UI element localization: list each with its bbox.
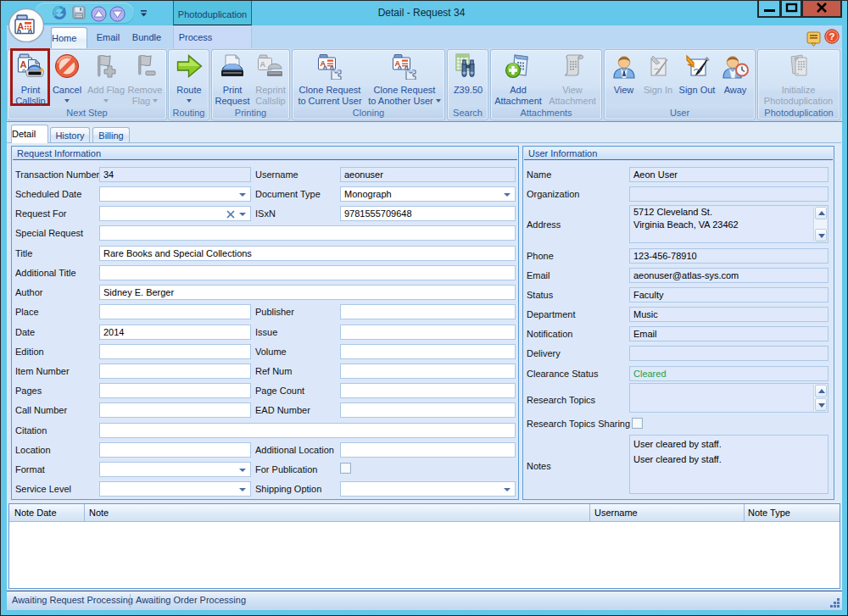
svg-text:A: A bbox=[18, 21, 25, 31]
svg-text:A: A bbox=[20, 59, 27, 69]
svg-text:A: A bbox=[260, 60, 266, 69]
svg-text:?: ? bbox=[829, 31, 835, 42]
